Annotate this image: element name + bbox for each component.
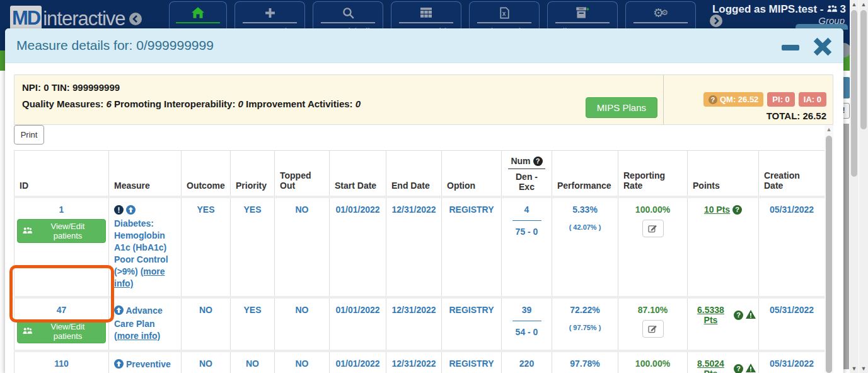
chevron-right-icon[interactable] — [710, 15, 722, 27]
measure-cell: Preventive Care and Screening: Influenza — [109, 351, 182, 373]
performance-value: 97.78% — [555, 358, 615, 369]
modal-scrollbar[interactable] — [843, 124, 849, 369]
outcome-value: NO — [182, 351, 231, 373]
col-outcome: Outcome — [182, 151, 231, 198]
users-icon — [827, 3, 837, 16]
arrow-circle-up-icon[interactable] — [114, 305, 124, 318]
scroll-down-icon[interactable]: ▼ — [859, 365, 868, 372]
points-link[interactable]: 10 Pts — [704, 204, 730, 215]
measure-details-modal: Measure details for: 0/999999999 NPI: 0 … — [5, 28, 843, 373]
scroll-up-icon[interactable]: ▲ — [859, 1, 868, 8]
more-info-link[interactable]: (more info) — [114, 331, 160, 341]
table-row: 47 View/Edit patients Advance Care Plan … — [14, 297, 825, 351]
mdinteractive-logo[interactable]: MD interactive — [10, 6, 142, 32]
table-scrollbar-thumb[interactable] — [826, 136, 832, 373]
id-cell: 47 View/Edit patients — [14, 297, 109, 351]
points-cell: 8.5024 Pts ? — [688, 351, 759, 373]
measures-table-wrap: ID Measure Outcome Priority Topped Out S… — [14, 150, 825, 373]
reporting-rate-value: 100.00% — [621, 204, 685, 215]
exclamation-circle-icon[interactable] — [114, 205, 124, 218]
arrow-circle-up-icon[interactable] — [126, 205, 136, 218]
help-icon: ? — [709, 95, 717, 104]
score-badge: ? PI: 0 — [767, 92, 794, 107]
view-edit-patients-button[interactable]: View/Edit patients — [17, 219, 106, 243]
option-value: REGISTRY — [442, 297, 502, 351]
creation-date-value: 05/31/2022 — [759, 351, 825, 373]
num-den-cell: 4 75 - 0 — [502, 197, 552, 297]
measure-cell: Diabetes: Hemoglobin A1c (HbA1c) Poor Co… — [109, 197, 182, 297]
option-value: REGISTRY — [442, 351, 502, 373]
outer-scrollbar[interactable]: ▲ ▼ — [850, 0, 859, 373]
measure-id-link[interactable]: 110 — [54, 358, 69, 369]
start-date-value: 01/01/2022 — [330, 297, 386, 351]
home-icon — [192, 6, 204, 20]
id-cell: 110 View/Edit patients — [14, 351, 109, 373]
score-badges: ? QM: 26.52 ? PI: 0 ? IA: 0 — [664, 92, 826, 107]
logged-count: 3 — [840, 3, 846, 16]
mips-plans-button[interactable]: MIPS Plans — [586, 97, 657, 118]
numerator-link[interactable]: 220 — [519, 358, 534, 369]
arrow-circle-up-icon[interactable] — [114, 359, 124, 372]
performance-value: 5.33% — [555, 204, 615, 215]
modal-header: Measure details for: 0/999999999 — [5, 28, 843, 63]
scrollbar-thumb[interactable] — [851, 10, 857, 177]
close-icon[interactable] — [811, 35, 835, 60]
col-num-den: Num? Den - Exc — [502, 151, 552, 198]
badge-label: PI: 0 — [772, 95, 789, 104]
numerator-link[interactable]: 39 — [522, 305, 532, 315]
help-icon[interactable]: ? — [533, 157, 543, 166]
scroll-up-icon[interactable]: ▲ — [850, 1, 859, 8]
priority-value: NO — [231, 351, 275, 373]
minimize-icon[interactable] — [782, 45, 799, 50]
print-button[interactable]: Print — [14, 125, 44, 145]
table-scrollbar[interactable]: ▲ — [825, 125, 833, 373]
view-edit-label: View/Edit patients — [35, 322, 100, 341]
col-start-date: Start Date — [330, 151, 386, 198]
measure-id-link[interactable]: 1 — [59, 204, 64, 215]
chevron-left-icon[interactable] — [129, 13, 142, 25]
table-row: 110 View/Edit patients Preventive Care a… — [14, 351, 825, 373]
points-cell: 10 Pts ? — [688, 197, 759, 297]
num-label: Num — [511, 156, 530, 166]
view-edit-patients-button[interactable]: View/Edit patients — [17, 319, 106, 343]
num-den-cell: 220 225 - 0 — [502, 351, 552, 373]
search-icon — [342, 6, 354, 20]
warning-icon[interactable] — [746, 310, 756, 321]
col-end-date: End Date — [386, 151, 442, 198]
topped-out-value: NO — [275, 197, 330, 297]
help-icon[interactable]: ? — [732, 205, 742, 215]
points-link[interactable]: 8.5024 Pts — [690, 358, 731, 373]
measure-id-link[interactable]: 47 — [57, 305, 67, 315]
reporting-rate-cell: 100.00% — [618, 197, 688, 297]
numerator-link[interactable]: 4 — [524, 204, 529, 215]
summary-left: NPI: 0 TIN: 999999999 Quality Measures: … — [14, 75, 664, 124]
scroll-up-icon[interactable]: ▲ — [825, 126, 833, 133]
storage-icon — [576, 6, 589, 20]
help-icon[interactable]: ? — [734, 364, 743, 373]
npi-tin-text: NPI: 0 TIN: 999999999 — [22, 82, 663, 93]
table-header-row: ID Measure Outcome Priority Topped Out S… — [14, 151, 825, 198]
edit-icon[interactable] — [642, 220, 664, 237]
scrollbar-thumb[interactable] — [860, 10, 867, 129]
table-row: 1 View/Edit patients Diabetes: Hemoglobi… — [14, 197, 825, 297]
page-scrollbar[interactable]: ▲ ▼ — [859, 0, 868, 373]
outcome-value: NO — [182, 297, 231, 351]
id-cell: 1 View/Edit patients — [14, 197, 109, 297]
edit-icon[interactable] — [642, 320, 664, 338]
col-reporting-rate: Reporting Rate — [618, 151, 688, 198]
performance-secondary-value: ( 97.75% ) — [555, 324, 615, 331]
warning-icon[interactable] — [746, 364, 756, 373]
view-edit-label: View/Edit patients — [35, 222, 100, 240]
performance-cell: 97.78% ( 86.89% ) — [552, 351, 618, 373]
help-icon[interactable]: ? — [734, 311, 743, 320]
priority-value: YES — [231, 197, 275, 297]
modal-title: Measure details for: 0/999999999 — [16, 38, 214, 53]
qm-label: Quality Measures: — [22, 98, 103, 109]
logo-interactive: interactive — [43, 8, 125, 30]
points-link[interactable]: 6.5338 Pts — [690, 305, 731, 325]
people-icon — [23, 227, 32, 236]
fraction-line — [512, 321, 541, 321]
reporting-rate-cell: 87.10% — [618, 297, 688, 351]
topped-out-value: NO — [275, 297, 330, 351]
scroll-down-icon[interactable]: ▼ — [850, 365, 859, 372]
